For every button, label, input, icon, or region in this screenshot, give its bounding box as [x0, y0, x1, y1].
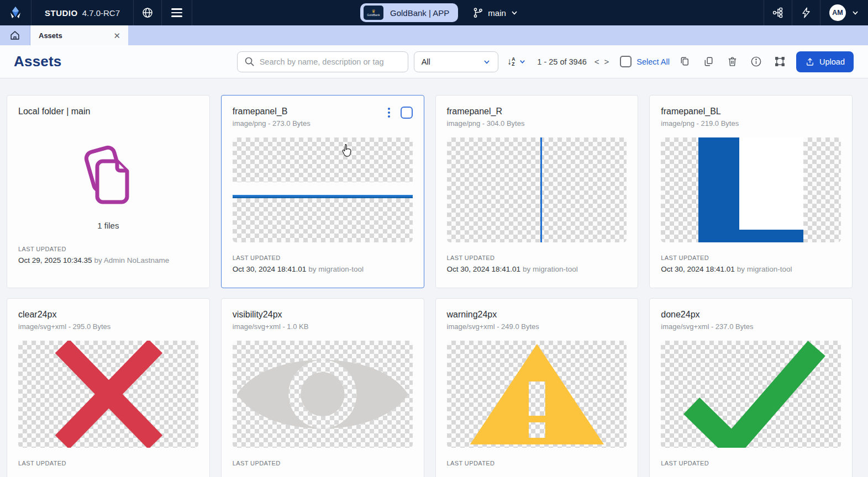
last-updated-label: LAST UPDATED	[661, 460, 841, 467]
search-box	[237, 51, 408, 72]
card-title: warning24px	[447, 310, 627, 320]
next-page-button[interactable]: >	[604, 57, 609, 66]
actions-button[interactable]	[792, 0, 820, 25]
product-title: STUDIO 4.7.0-RC7	[31, 0, 134, 25]
delete-icon[interactable]	[726, 55, 739, 68]
card-title: framepanel_B	[233, 107, 413, 116]
card-meta: image/png - 304.0 Bytes	[447, 119, 627, 128]
pagination-range: 1 - 25 of 3946	[537, 57, 587, 66]
toolbar-icons	[678, 55, 786, 68]
eye-graphic	[233, 341, 413, 448]
lightning-icon	[800, 7, 812, 19]
card-meta: image/svg+xml - 295.0 Bytes	[18, 322, 198, 331]
asset-card-warning24px[interactable]: warning24px image/svg+xml - 249.0 Bytes …	[435, 298, 639, 477]
card-meta: image/svg+xml - 237.0 Bytes	[661, 322, 841, 331]
hamburger-icon	[171, 8, 182, 17]
info-icon[interactable]	[750, 55, 762, 68]
branch-name: main	[488, 8, 506, 18]
search-icon	[244, 56, 255, 67]
asset-card-visibility24px[interactable]: visibility24px image/svg+xml - 1.0 KB LA…	[221, 298, 424, 477]
top-navbar: STUDIO 4.7.0-RC7 ♛ GoldBank GoldBank | A…	[0, 0, 868, 25]
main-menu-button[interactable]	[162, 0, 192, 25]
asset-preview	[447, 137, 627, 242]
card-meta: image/svg+xml - 249.0 Bytes	[447, 322, 627, 331]
user-menu[interactable]: AM	[820, 0, 868, 25]
asset-card-framepanel-bl[interactable]: framepanel_BL image/png - 219.0 Bytes LA…	[649, 95, 853, 288]
assets-grid: Local folder | main 1 files LAST UPDATED…	[7, 95, 853, 477]
avatar: AM	[829, 4, 846, 21]
chevron-down-icon	[511, 9, 518, 17]
studio-logo[interactable]	[0, 0, 31, 25]
red-x-graphic	[18, 341, 198, 448]
asset-preview	[661, 137, 841, 242]
last-updated-value: Oct 30, 2024 18:41.01 by migration-tool	[233, 265, 413, 273]
select-all-control: Select All	[620, 56, 670, 67]
duplicate-icon[interactable]	[702, 55, 715, 68]
goldbank-logo: ♛ GoldBank	[364, 6, 383, 20]
last-updated-label: LAST UPDATED	[18, 246, 198, 252]
card-title: done24px	[661, 310, 841, 320]
tab-assets[interactable]: Assets ✕	[30, 25, 128, 45]
search-input[interactable]	[260, 57, 401, 66]
files-count: 1 files	[97, 221, 119, 230]
asset-card-done24px[interactable]: done24px image/svg+xml - 237.0 Bytes LAS…	[649, 298, 853, 477]
page-title: Assets	[14, 53, 61, 70]
blue-vertical-line	[540, 137, 542, 242]
goldbank-logo-text: GoldBank	[367, 14, 380, 17]
close-icon[interactable]: ✕	[113, 31, 120, 40]
asset-card-local-folder[interactable]: Local folder | main 1 files LAST UPDATED…	[7, 95, 210, 288]
locale-button[interactable]	[134, 0, 162, 25]
tab-home[interactable]	[0, 25, 30, 45]
chevron-down-icon	[483, 58, 491, 66]
hierarchy-icon	[771, 6, 785, 19]
asset-card-clear24px[interactable]: clear24px image/svg+xml - 295.0 Bytes LA…	[7, 298, 210, 477]
blue-l-horizontal	[698, 230, 803, 242]
type-filter-dropdown[interactable]: All	[414, 51, 498, 72]
chevron-down-icon	[851, 9, 859, 17]
last-updated-value: Oct 30, 2024 18:41.01 by migration-tool	[447, 265, 627, 273]
product-version: 4.7.0-RC7	[82, 8, 120, 18]
select-all-checkbox[interactable]	[620, 56, 632, 67]
studio-logo-icon	[8, 6, 23, 20]
asset-card-framepanel-b[interactable]: framepanel_B image/png - 273.0 Bytes LAS…	[221, 95, 424, 288]
app-selector-button[interactable]: ♛ GoldBank GoldBank | APP	[360, 3, 458, 22]
upload-icon	[805, 57, 815, 67]
prev-page-button[interactable]: <	[595, 57, 599, 66]
sort-az-icon: ↓ AZ	[507, 57, 515, 67]
assets-content: Local folder | main 1 files LAST UPDATED…	[0, 78, 868, 477]
last-updated-label: LAST UPDATED	[233, 460, 413, 467]
asset-preview	[447, 341, 627, 448]
last-updated-label: LAST UPDATED	[661, 255, 841, 261]
last-updated-label: LAST UPDATED	[447, 255, 627, 261]
folder-preview: 1 files	[18, 116, 198, 234]
documents-icon	[80, 144, 137, 208]
asset-preview	[661, 341, 841, 448]
last-updated-value: Oct 29, 2025 10:34.35 by Admin NoLastnam…	[18, 256, 198, 264]
asset-preview	[233, 137, 413, 242]
page-header: Assets All ↓ AZ 1 - 25 of 3946 < > Selec…	[0, 45, 868, 78]
asset-checkbox[interactable]	[401, 107, 413, 119]
sort-control[interactable]: ↓ AZ	[507, 57, 527, 67]
globe-icon	[141, 7, 154, 19]
last-updated-label: LAST UPDATED	[447, 460, 627, 467]
pager: < >	[595, 57, 609, 66]
tab-assets-label: Assets	[39, 31, 62, 40]
last-updated-label: LAST UPDATED	[18, 460, 198, 467]
last-updated-value: Oct 30, 2024 18:41.01 by migration-tool	[661, 265, 841, 273]
asset-card-framepanel-r[interactable]: framepanel_R image/png - 304.0 Bytes LAS…	[435, 95, 639, 288]
home-icon	[9, 29, 21, 41]
card-title: clear24px	[18, 310, 198, 320]
card-meta: image/png - 219.0 Bytes	[661, 119, 841, 128]
copy-icon[interactable]	[678, 55, 691, 68]
kebab-menu-icon[interactable]	[387, 107, 391, 119]
upload-label: Upload	[819, 57, 845, 66]
warning-triangle-graphic	[447, 341, 627, 448]
branch-selector[interactable]: main	[472, 7, 518, 18]
select-area-icon[interactable]	[774, 55, 786, 68]
card-meta: image/png - 273.0 Bytes	[233, 119, 413, 128]
card-title: framepanel_BL	[661, 107, 841, 116]
upload-button[interactable]: Upload	[796, 51, 854, 72]
select-all-label[interactable]: Select All	[636, 57, 670, 66]
green-check-graphic	[661, 341, 841, 448]
hierarchy-button[interactable]	[764, 0, 792, 25]
